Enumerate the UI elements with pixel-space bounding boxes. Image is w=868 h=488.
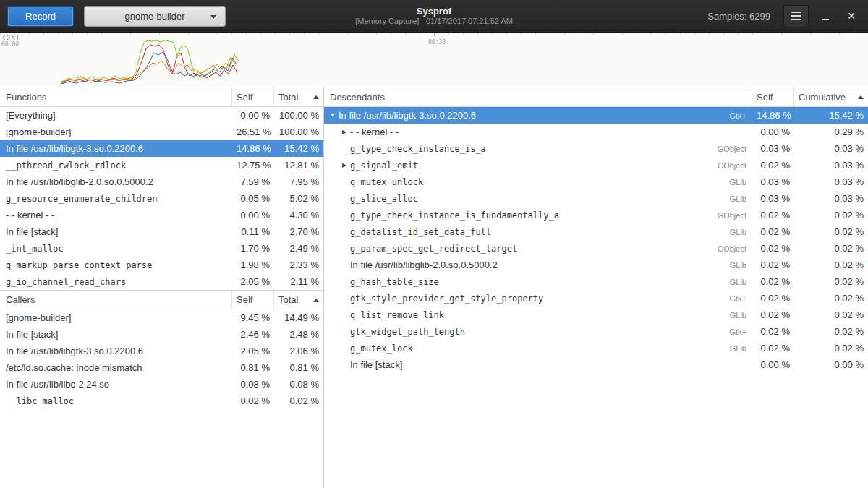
column-header-descendants[interactable]: Descendants bbox=[324, 87, 752, 106]
descendant-row[interactable]: g_mutex_unlockGLib0.03 %0.03 % bbox=[324, 174, 868, 190]
self-percent: 0.05 % bbox=[232, 193, 274, 204]
cumulative-percent: 0.02 % bbox=[794, 293, 868, 304]
descendant-name-area: ▶g_signal_emit bbox=[324, 157, 702, 174]
symbol-name: __libc_malloc bbox=[0, 396, 232, 406]
descendant-row[interactable]: gtk_widget_path_lengthGtk+0.02 %0.02 % bbox=[324, 323, 868, 340]
self-percent: 0.02 % bbox=[232, 395, 274, 406]
descendant-row[interactable]: g_type_check_instance_is_fundamentally_a… bbox=[324, 207, 868, 223]
symbol-name: In file /usr/lib/libgtk-3.so.0.2200.6 bbox=[0, 346, 232, 356]
column-header-self[interactable]: Self bbox=[232, 87, 274, 106]
symbol-name: __pthread_rwlock_rdlock bbox=[0, 160, 232, 171]
descendant-name-area: g_datalist_id_set_data_full bbox=[324, 227, 702, 237]
symbol-name: [gnome-builder] bbox=[0, 312, 232, 323]
function-row[interactable]: g_io_channel_read_chars2.05 %2.11 % bbox=[0, 273, 323, 290]
column-header-callers[interactable]: Callers bbox=[0, 291, 232, 309]
symbol-name: In file [stack] bbox=[0, 226, 232, 237]
descendants-table-body: ▼In file /usr/lib/libgtk-3.so.0.2200.6Gt… bbox=[324, 107, 868, 373]
self-percent: 0.02 % bbox=[752, 210, 794, 221]
symbol-name: _int_malloc bbox=[0, 244, 232, 254]
self-percent: 2.05 % bbox=[232, 346, 274, 356]
total-percent: 12.81 % bbox=[274, 160, 323, 171]
column-header-total[interactable]: Total bbox=[274, 87, 323, 106]
callers-table-body: [gnome-builder]9.45 %14.49 %In file [sta… bbox=[0, 309, 323, 409]
self-percent: 0.02 % bbox=[752, 309, 794, 320]
column-header-total[interactable]: Total bbox=[274, 291, 323, 309]
sort-indicator-icon bbox=[313, 95, 319, 99]
process-selector-dropdown[interactable]: gnome-builder bbox=[84, 6, 226, 27]
sort-indicator-icon bbox=[313, 299, 319, 302]
self-percent: 0.02 % bbox=[752, 326, 794, 337]
expander-closed-icon[interactable]: ▶ bbox=[339, 124, 350, 140]
cumulative-percent: 0.03 % bbox=[794, 176, 868, 187]
symbol-name: g_mutex_unlock bbox=[350, 177, 423, 187]
symbol-name: g_type_check_instance_is_a bbox=[350, 144, 486, 154]
library-category: GLib bbox=[702, 178, 752, 187]
function-row[interactable]: g_markup_parse_context_parse1.98 %2.33 % bbox=[0, 257, 323, 273]
self-percent: 0.00 % bbox=[752, 359, 794, 370]
self-percent: 2.05 % bbox=[232, 276, 274, 287]
self-percent: 0.03 % bbox=[752, 143, 794, 154]
total-percent: 5.02 % bbox=[274, 193, 323, 204]
descendant-row[interactable]: g_hash_table_sizeGLib0.02 %0.02 % bbox=[324, 273, 868, 290]
descendant-row[interactable]: In file [stack]0.00 %0.00 % bbox=[324, 356, 868, 373]
minimize-icon bbox=[822, 19, 829, 20]
function-row[interactable]: g_resource_enumerate_children0.05 %5.02 … bbox=[0, 190, 323, 207]
self-percent: 0.02 % bbox=[752, 226, 794, 237]
symbol-name: g_resource_enumerate_children bbox=[0, 194, 232, 204]
function-row[interactable]: _int_malloc1.70 %2.49 % bbox=[0, 240, 323, 257]
library-category: GLib bbox=[702, 261, 752, 270]
function-row[interactable]: In file [stack]0.11 %2.70 % bbox=[0, 223, 323, 240]
self-percent: 14.86 % bbox=[752, 110, 794, 121]
descendant-row[interactable]: g_type_check_instance_is_aGObject0.03 %0… bbox=[324, 140, 868, 157]
cumulative-percent: 0.02 % bbox=[794, 343, 868, 354]
library-category: GObject bbox=[702, 211, 752, 220]
caller-row[interactable]: [gnome-builder]9.45 %14.49 % bbox=[0, 309, 323, 326]
cumulative-percent: 0.00 % bbox=[794, 359, 868, 370]
chevron-down-icon bbox=[210, 15, 216, 19]
minimize-button[interactable] bbox=[816, 5, 835, 27]
library-category: Gtk+ bbox=[702, 111, 752, 120]
symbol-name: g_io_channel_read_chars bbox=[0, 277, 232, 287]
descendant-row[interactable]: ▶- - kernel - -0.00 %0.29 % bbox=[324, 124, 868, 140]
menu-button[interactable] bbox=[783, 5, 809, 27]
column-header-self[interactable]: Self bbox=[752, 87, 794, 106]
self-percent: 0.11 % bbox=[232, 226, 274, 237]
caller-row[interactable]: __libc_malloc0.02 %0.02 % bbox=[0, 393, 323, 409]
descendant-row[interactable]: g_slice_allocGLib0.03 %0.03 % bbox=[324, 190, 868, 207]
close-button[interactable]: ✕ bbox=[842, 5, 861, 27]
descendant-row[interactable]: In file /usr/lib/libglib-2.0.so.0.5000.2… bbox=[324, 257, 868, 273]
function-row[interactable]: __pthread_rwlock_rdlock12.75 %12.81 % bbox=[0, 157, 323, 174]
cpu-graph-area[interactable]: CPU 00:00 00:30 bbox=[0, 33, 868, 87]
column-header-functions[interactable]: Functions bbox=[0, 87, 232, 106]
expander-open-icon[interactable]: ▼ bbox=[327, 107, 339, 124]
caller-row[interactable]: In file /usr/lib/libc-2.24.so0.08 %0.08 … bbox=[0, 376, 323, 393]
column-header-cumulative[interactable]: Cumulative bbox=[794, 87, 868, 106]
descendant-name-area: g_type_check_instance_is_a bbox=[324, 144, 702, 154]
column-header-self[interactable]: Self bbox=[232, 291, 274, 309]
caller-row[interactable]: In file [stack]2.46 %2.48 % bbox=[0, 326, 323, 343]
symbol-name: In file /usr/lib/libglib-2.0.so.0.5000.2 bbox=[350, 260, 498, 270]
descendant-row[interactable]: gtk_style_provider_get_style_propertyGtk… bbox=[324, 290, 868, 307]
record-button[interactable]: Record bbox=[7, 6, 74, 27]
function-row[interactable]: [Everything]0.00 %100.00 % bbox=[0, 107, 323, 124]
symbol-name: [Everything] bbox=[0, 110, 232, 121]
cumulative-percent: 0.02 % bbox=[794, 326, 868, 337]
descendant-row[interactable]: g_datalist_id_set_data_fullGLib0.02 %0.0… bbox=[324, 223, 868, 240]
descendant-row[interactable]: ▶g_signal_emitGObject0.02 %0.03 % bbox=[324, 157, 868, 174]
descendant-row[interactable]: g_mutex_lockGLib0.02 %0.02 % bbox=[324, 340, 868, 356]
symbol-name: gtk_widget_path_length bbox=[350, 327, 465, 337]
self-percent: 12.75 % bbox=[232, 160, 274, 171]
caller-row[interactable]: /etc/ld.so.cache: inode mismatch0.81 %0.… bbox=[0, 359, 323, 376]
function-row[interactable]: In file /usr/lib/libgtk-3.so.0.2200.614.… bbox=[0, 140, 323, 157]
expander-closed-icon[interactable]: ▶ bbox=[339, 157, 350, 174]
descendant-row[interactable]: g_param_spec_get_redirect_targetGObject0… bbox=[324, 240, 868, 257]
descendant-row[interactable]: ▼In file /usr/lib/libgtk-3.so.0.2200.6Gt… bbox=[324, 107, 868, 124]
function-row[interactable]: [gnome-builder]26.51 %100.00 % bbox=[0, 124, 323, 140]
window-subtitle: [Memory Capture] - 01/17/2017 07:21:52 A… bbox=[355, 17, 513, 26]
symbol-name: gtk_style_provider_get_style_property bbox=[350, 294, 543, 304]
descendant-row[interactable]: g_list_remove_linkGLib0.02 %0.02 % bbox=[324, 307, 868, 323]
caller-row[interactable]: In file /usr/lib/libgtk-3.so.0.2200.62.0… bbox=[0, 343, 323, 359]
function-row[interactable]: In file /usr/lib/libglib-2.0.so.0.5000.2… bbox=[0, 174, 323, 190]
function-row[interactable]: - - kernel - -0.00 %4.30 % bbox=[0, 207, 323, 223]
symbol-name: g_signal_emit bbox=[350, 160, 418, 171]
